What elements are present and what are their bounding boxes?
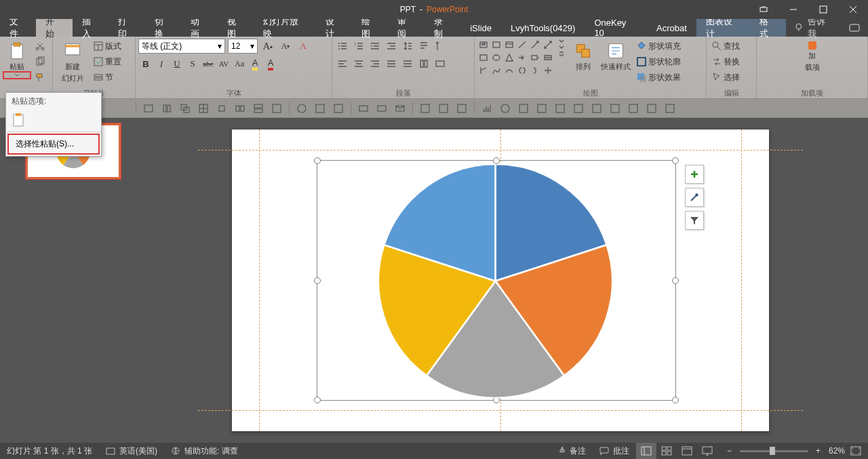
qb-icon[interactable] <box>271 102 283 115</box>
decrease-indent-button[interactable] <box>368 39 382 54</box>
font-size-combo[interactable]: 12▾ <box>228 39 258 54</box>
qb-icon[interactable] <box>252 102 264 115</box>
qb-icon[interactable] <box>554 102 566 115</box>
tab-record[interactable]: 录制 <box>425 19 460 37</box>
normal-view-button[interactable] <box>636 443 656 459</box>
tab-home[interactable]: 开始 <box>36 19 72 37</box>
change-case-button[interactable]: Aa <box>232 56 247 71</box>
qb-icon[interactable] <box>142 102 155 115</box>
qb-icon[interactable] <box>314 102 326 115</box>
qb-icon[interactable] <box>357 102 370 115</box>
paste-option-keep-source-icon[interactable] <box>12 113 26 127</box>
qb-icon[interactable] <box>499 102 511 115</box>
numbering-button[interactable]: 1 <box>351 39 366 54</box>
font-name-combo[interactable]: 等线 (正文)▾ <box>138 39 225 54</box>
qb-icon[interactable] <box>234 102 246 115</box>
qb-icon[interactable] <box>216 102 228 115</box>
qb-icon[interactable] <box>456 102 468 115</box>
qb-icon[interactable] <box>536 102 548 115</box>
chart-styles-button[interactable] <box>685 188 704 207</box>
new-slide-button[interactable]: 新建 幻灯片 <box>56 39 90 83</box>
tab-design[interactable]: 设计 <box>316 19 352 37</box>
layout-button[interactable]: 版式 <box>91 39 123 54</box>
increase-indent-button[interactable] <box>384 39 399 54</box>
strike-button[interactable]: abc <box>201 56 216 71</box>
tell-me[interactable]: 告诉我 <box>786 19 842 37</box>
qb-icon[interactable] <box>179 102 191 115</box>
notes-button[interactable]: ≙备注 <box>552 443 593 459</box>
line-spacing-button[interactable] <box>400 39 415 54</box>
comments-button[interactable]: 批注 <box>593 443 636 459</box>
zoom-in-button[interactable]: + <box>813 446 823 456</box>
shrink-font-button[interactable]: A▾ <box>278 39 293 54</box>
tab-draw[interactable]: 绘图 <box>352 19 388 37</box>
qb-icon[interactable] <box>437 102 450 115</box>
fit-to-window-button[interactable] <box>850 446 861 456</box>
tab-onekey[interactable]: OneKey 10 <box>585 19 647 37</box>
qb-icon[interactable] <box>332 102 344 115</box>
justify-button[interactable] <box>384 56 399 71</box>
slide-canvas[interactable] <box>232 129 769 431</box>
tab-islide[interactable]: iSlide <box>460 19 501 37</box>
quick-styles-button[interactable]: 快速样式 <box>599 39 633 72</box>
slide-counter[interactable]: 幻灯片 第 1 张，共 1 张 <box>0 443 99 459</box>
tab-view[interactable]: 视图 <box>218 19 254 37</box>
reset-button[interactable]: 重置 <box>91 54 123 69</box>
grow-font-button[interactable]: A▴ <box>260 39 275 54</box>
qb-icon[interactable] <box>394 102 406 115</box>
bold-button[interactable]: B <box>138 56 153 71</box>
maximize-button[interactable] <box>808 0 838 19</box>
zoom-out-button[interactable]: − <box>724 446 734 456</box>
cut-button[interactable] <box>33 39 47 54</box>
format-painter-button[interactable] <box>33 70 47 85</box>
qb-icon[interactable] <box>627 102 639 115</box>
qb-icon[interactable] <box>664 102 676 115</box>
char-spacing-button[interactable]: AV <box>216 56 231 71</box>
columns-button[interactable] <box>416 56 431 71</box>
shapes-gallery[interactable] <box>477 39 554 77</box>
zoom-level[interactable]: 62% <box>825 446 849 456</box>
tab-insert[interactable]: 插入 <box>73 19 108 37</box>
accessibility-check[interactable]: 辅助功能: 调查 <box>164 443 245 459</box>
arrange-button[interactable]: 排列 <box>569 39 597 72</box>
tab-print[interactable]: 打印 <box>108 19 144 37</box>
replace-button[interactable]: 替换 <box>709 54 742 69</box>
copy-button[interactable] <box>33 54 47 69</box>
share-button[interactable] <box>842 19 868 37</box>
tab-lvyh[interactable]: LvyhTools(0429) <box>501 19 585 37</box>
section-button[interactable]: 节 <box>91 70 123 85</box>
distributed-button[interactable] <box>400 56 415 71</box>
qb-icon[interactable] <box>161 102 173 115</box>
paste-dropdown-button[interactable] <box>3 71 31 79</box>
select-button[interactable]: 选择 <box>709 70 742 85</box>
tab-animations[interactable]: 动画 <box>181 19 217 37</box>
highlight-button[interactable]: A <box>248 56 262 71</box>
reading-view-button[interactable] <box>677 443 697 459</box>
paste-button[interactable]: 粘贴 <box>3 39 31 72</box>
sorter-view-button[interactable] <box>656 443 677 459</box>
tab-acrobat[interactable]: Acrobat <box>647 19 696 37</box>
tab-transitions[interactable]: 切换 <box>145 19 181 37</box>
chart-elements-button[interactable] <box>685 165 704 184</box>
pie-chart[interactable] <box>378 164 612 398</box>
italic-button[interactable]: I <box>154 56 169 71</box>
qb-icon[interactable] <box>609 102 621 115</box>
shape-fill-button[interactable]: 形状填充 <box>634 39 683 54</box>
minimize-button[interactable] <box>778 0 808 19</box>
tab-review[interactable]: 审阅 <box>388 19 424 37</box>
qb-icon[interactable] <box>197 102 210 115</box>
qb-icon[interactable] <box>481 102 493 115</box>
paste-special-menu-item[interactable]: 选择性粘贴(S)... <box>7 134 100 155</box>
tab-file[interactable]: 文件 <box>0 19 36 37</box>
slideshow-view-button[interactable] <box>697 443 717 459</box>
shape-outline-button[interactable]: 形状轮廓 <box>634 54 683 69</box>
qb-icon[interactable] <box>646 102 658 115</box>
chart-filters-button[interactable] <box>685 211 704 230</box>
language-indicator[interactable]: 英语(美国) <box>99 443 164 459</box>
tab-chart-design[interactable]: 图表设计 <box>696 19 750 37</box>
align-text-button[interactable] <box>433 39 448 54</box>
close-button[interactable] <box>838 0 868 19</box>
slide-thumbnails-pane[interactable] <box>0 118 132 443</box>
shadow-button[interactable]: S <box>185 56 200 71</box>
addin-button[interactable]: 加 载项 <box>798 39 827 73</box>
